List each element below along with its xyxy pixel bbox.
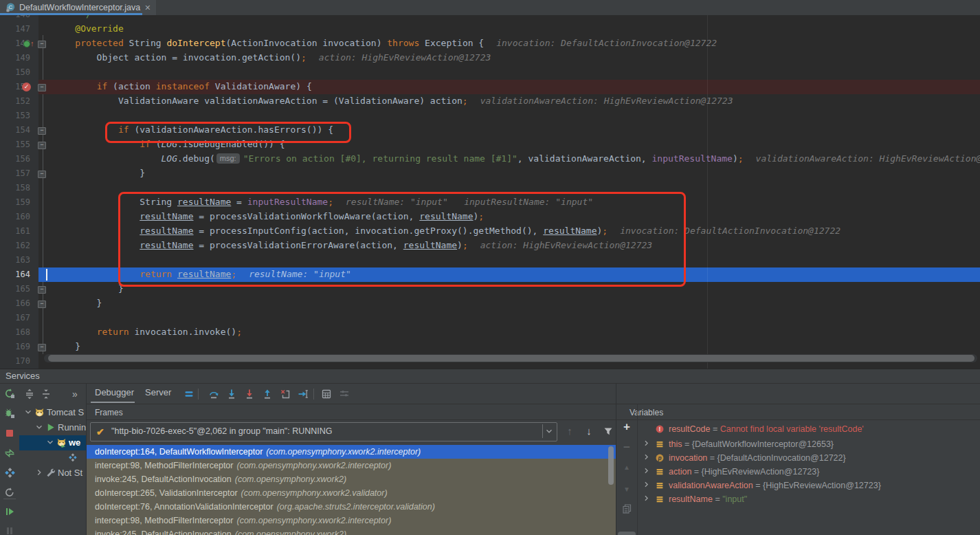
chevron-down-icon[interactable] [34,422,44,432]
tab-debugger[interactable]: Debugger [95,387,134,397]
duplicate-watch-button[interactable] [621,503,633,515]
force-step-into-button[interactable] [243,388,256,400]
expand-all-button[interactable] [23,388,36,400]
editor-line-152[interactable]: 152 ValidationAware validationAwareActio… [0,94,980,109]
variable-row-resultName[interactable]: resultName = "input" [640,493,980,507]
run-to-cursor-button[interactable] [297,388,309,400]
stack-frame-row[interactable]: invoke:245, DefaultActionInvocation(com.… [87,527,616,535]
expand-variable-icon[interactable] [642,439,652,448]
code-editor[interactable]: 146 */147 @Override148↑− protected Strin… [0,15,980,369]
fold-collapse-icon[interactable]: − [38,142,46,149]
fold-end-icon[interactable]: − [38,301,46,308]
line-number: 154 [0,125,30,135]
variable-row-this[interactable]: this = {DefaultWorkflowInterceptor@12653… [640,438,980,452]
hide-frames-filter-button[interactable] [602,425,614,437]
services-panel-title: Services [5,371,40,381]
previous-frame-button[interactable]: ↑ [564,425,576,437]
tomcat-icon [34,407,45,417]
thread-selector-dropdown[interactable]: ✔ "http-bio-7026-exec-5"@2,062 in group … [90,422,557,441]
new-watch-button[interactable]: + [621,421,633,433]
editor-line-151[interactable]: 151✓− if (action instanceof ValidationAw… [0,80,980,94]
fold-end-icon[interactable]: − [38,286,46,294]
show-watches-button[interactable] [619,532,635,535]
editor-line-156[interactable]: 156 LOG.debug(msg:"Errors on action [#0]… [0,152,980,166]
fold-end-icon[interactable]: − [38,171,46,178]
editor-line-148[interactable]: 148↑− protected String doIntercept(Actio… [0,36,980,51]
artifact-icon [67,452,78,463]
evaluate-expression-button[interactable] [320,388,333,400]
stack-frame-row[interactable]: doIntercept:164, DefaultWorkflowIntercep… [87,445,616,459]
stack-frame-row[interactable]: doIntercept:76, AnnotationValidationInte… [87,500,616,514]
debugger-inline-hint: validationAwareAction: HighEvReviewActio… [480,96,733,106]
editor-line-167[interactable]: 167 [0,311,980,325]
services-tree-item-not-st[interactable]: Not St [19,466,86,481]
variable-text: validationAwareAction = {HighEvReviewAct… [669,481,881,490]
collapse-all-button[interactable] [40,388,52,400]
services-tree-item-tomcat-s[interactable]: Tomcat S [19,405,86,420]
fold-collapse-icon[interactable]: − [38,84,46,91]
editor-line-157[interactable]: 157− } [0,166,980,181]
fold-end-icon[interactable]: − [38,344,46,351]
resume-program-button[interactable] [3,505,16,518]
line-number: 164 [0,270,30,279]
variable-row-action[interactable]: action = {HighEvReviewAction@12723} [640,466,980,479]
overriding-method-icon[interactable]: ↑ [23,39,34,52]
chevron-down-icon[interactable] [45,437,55,447]
stop-button[interactable] [3,427,16,439]
editor-hscrollbar-thumb[interactable] [48,355,975,362]
refresh-button[interactable] [3,486,16,499]
services-tree-item[interactable] [19,450,86,466]
editor-line-153[interactable]: 153 [0,109,980,123]
editor-line-147[interactable]: 147 @Override [0,22,980,36]
editor-line-166[interactable]: 166− } [0,296,980,311]
rerun-button[interactable] [3,387,16,400]
close-tab-icon[interactable]: ✕ [144,3,151,12]
threads-view-button[interactable] [183,388,195,400]
variable-row-validationAwareAction[interactable]: validationAwareAction = {HighEvReviewAct… [640,479,980,493]
stack-frame-row[interactable]: doIntercept:265, ValidationInterceptor(c… [87,486,616,500]
update-application-button[interactable] [3,447,16,459]
frame-package: (com.opensymphony.xwork2) [235,529,346,535]
stack-frame-row[interactable]: invoke:245, DefaultActionInvocation(com.… [87,472,616,486]
editor-line-169[interactable]: 169− } [0,340,980,354]
variable-row-invocation[interactable]: pinvocation = {DefaultActionInvocation@1… [640,452,980,466]
frames-scrollbar-thumb[interactable] [608,446,614,485]
move-watch-up-button[interactable]: ▲ [621,461,633,474]
restart-debug-button[interactable] [3,407,16,419]
services-tree-item-runnin[interactable]: Runnin [19,420,86,435]
chevron-down-icon[interactable] [23,407,33,417]
expand-variable-icon[interactable] [642,452,652,462]
expand-variable-icon[interactable] [642,480,652,490]
restore-layout-button[interactable] [338,388,350,400]
fold-collapse-icon[interactable]: − [38,41,46,48]
remove-watch-button[interactable]: − [621,441,633,454]
expand-variable-icon[interactable] [642,494,652,503]
stack-frame-row[interactable]: intercept:98, MethodFilterInterceptor(co… [87,459,616,472]
pause-program-button[interactable] [3,525,16,535]
services-tree-item-we[interactable]: we [19,435,86,450]
editor-line-168[interactable]: 168 return invocation.invoke(); [0,325,980,340]
editor-line-149[interactable]: 149 Object action = invocation.getAction… [0,51,980,65]
fold-collapse-icon[interactable]: − [38,127,46,135]
tree-item-label: Tomcat S [47,407,84,417]
editor-line-146[interactable]: 146 */ [0,15,980,22]
variable-row-resultCode[interactable]: !resultCode = Cannot find local variable… [640,423,980,437]
chevron-right-icon[interactable] [34,468,44,477]
move-watch-down-button[interactable]: ▼ [621,483,633,496]
step-out-button[interactable] [261,388,274,400]
divider [87,419,616,420]
editor-line-150[interactable]: 150 [0,65,980,80]
stack-frame-row[interactable]: intercept:98, MethodFilterInterceptor(co… [87,514,616,527]
breakpoint-verified-icon[interactable]: ✓ [22,83,31,91]
next-frame-button[interactable]: ↓ [583,425,595,437]
frame-package: (com.opensymphony.xwork2.validator) [241,488,388,498]
chevron-down-icon[interactable] [542,424,555,438]
code-text: return invocation.invoke(); [54,327,242,337]
step-over-button[interactable] [208,388,220,400]
step-into-button[interactable] [225,388,238,400]
more-actions-button[interactable]: » [69,388,81,400]
services-view-button[interactable] [3,467,16,479]
expand-variable-icon[interactable] [642,466,652,476]
drop-frame-button[interactable] [279,388,291,400]
tab-server[interactable]: Server [145,387,171,397]
